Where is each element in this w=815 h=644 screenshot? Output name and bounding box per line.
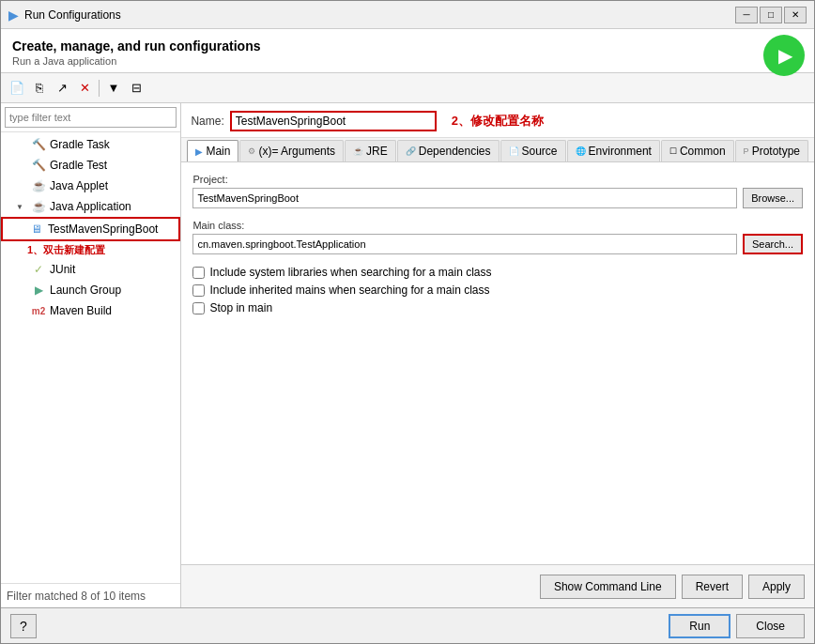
project-row: Browse... xyxy=(192,188,803,208)
proto-tab-icon: P xyxy=(744,146,749,156)
checkbox-stop-in-main-input[interactable] xyxy=(192,302,205,314)
header: Create, manage, and run configurations R… xyxy=(1,29,814,73)
annotation-2: 2、修改配置名称 xyxy=(452,113,544,130)
revert-button[interactable]: Revert xyxy=(682,575,743,599)
mainclass-group: Main class: Search... 3、选择主类 xyxy=(192,220,803,254)
sidebar-item-gradle-test[interactable]: 🔨 Gradle Test xyxy=(1,155,180,176)
tab-main-label: Main xyxy=(206,145,230,158)
window-title: Run Configurations xyxy=(24,8,121,22)
config-footer: Show Command Line Revert Apply xyxy=(181,564,814,607)
apply-button[interactable]: Apply xyxy=(748,575,805,599)
sidebar: 🔨 Gradle Task 🔨 Gradle Test ☕ Java Apple… xyxy=(1,103,181,607)
tab-environment[interactable]: 🌐 Environment xyxy=(567,140,660,161)
sidebar-item-launch-group[interactable]: ▶ Launch Group xyxy=(1,280,180,300)
sidebar-item-java-application[interactable]: ▼ ☕ Java Application xyxy=(1,196,180,217)
name-input[interactable] xyxy=(230,111,437,131)
close-button[interactable]: ✕ xyxy=(784,7,807,23)
tab-jre-label: JRE xyxy=(366,145,388,158)
run-icon-button[interactable]: ▶ xyxy=(763,35,805,76)
show-cmd-button[interactable]: Show Command Line xyxy=(540,575,676,599)
mainclass-input[interactable] xyxy=(192,234,737,254)
jre-tab-icon: ☕ xyxy=(353,146,363,156)
run-button[interactable]: Run xyxy=(669,614,730,638)
tab-common-label: Common xyxy=(680,145,726,158)
delete-button[interactable]: ✕ xyxy=(74,78,95,99)
tree: 🔨 Gradle Task 🔨 Gradle Test ☕ Java Apple… xyxy=(1,132,180,583)
tab-jre[interactable]: ☕ JRE xyxy=(345,140,396,161)
sidebar-item-maven-build[interactable]: m2 Maven Build xyxy=(1,300,180,321)
minimize-button[interactable]: ─ xyxy=(735,7,758,23)
checkbox-stop-in-main: Stop in main xyxy=(192,301,803,314)
collapse-button[interactable]: ⊟ xyxy=(126,78,146,99)
annotation-1: 1、双击新建配置 xyxy=(1,241,180,259)
play-icon: ▶ xyxy=(778,44,792,67)
maven-build-label: Maven Build xyxy=(50,304,112,317)
checkbox-system-libs-input[interactable] xyxy=(192,267,205,279)
title-bar: ▶ Run Configurations ─ □ ✕ xyxy=(1,1,814,29)
java-app-icon: ☕ xyxy=(31,199,46,214)
separator1 xyxy=(99,80,100,97)
mainclass-row: Search... 3、选择主类 xyxy=(192,234,803,254)
main-tab-icon: ▶ xyxy=(195,146,203,157)
filter-input-wrap xyxy=(1,103,180,132)
close-button-bottom[interactable]: Close xyxy=(736,614,805,638)
tab-source[interactable]: 📄 Source xyxy=(500,140,566,161)
bottom-bar: ? Run Close xyxy=(1,607,814,643)
project-browse-button[interactable]: Browse... xyxy=(743,188,803,208)
tab-dependencies-label: Dependencies xyxy=(419,145,491,158)
junit-icon: ✓ xyxy=(31,262,46,277)
checkbox-system-libs-label: Include system libraries when searching … xyxy=(209,266,491,279)
test-maven-label: TestMavenSpringBoot xyxy=(48,222,158,236)
window-icon: ▶ xyxy=(8,8,19,23)
checkbox-system-libs: Include system libraries when searching … xyxy=(192,266,803,279)
gradle-test-icon: 🔨 xyxy=(31,158,46,173)
tab-dependencies[interactable]: 🔗 Dependencies xyxy=(397,140,500,161)
checkbox-inherited-mains-label: Include inherited mains when searching f… xyxy=(209,284,489,297)
main-content: 🔨 Gradle Task 🔨 Gradle Test ☕ Java Apple… xyxy=(1,103,814,607)
sidebar-item-gradle-task[interactable]: 🔨 Gradle Task xyxy=(1,134,180,155)
maven-icon: m2 xyxy=(31,303,46,318)
tab-arguments[interactable]: ⚙ (x)= Arguments xyxy=(239,140,344,161)
project-group: Project: Browse... xyxy=(192,174,803,208)
toolbar: 📄 ⎘ ↗ ✕ ▼ ⊟ xyxy=(1,73,814,103)
launch-group-label: Launch Group xyxy=(50,284,121,297)
bottom-right: Run Close xyxy=(669,614,805,638)
duplicate-button[interactable]: ⎘ xyxy=(29,78,50,99)
tab-arguments-label: (x)= Arguments xyxy=(258,145,335,158)
gradle-task-label: Gradle Task xyxy=(50,138,110,151)
sidebar-footer: Filter matched 8 of 10 items xyxy=(1,583,180,607)
config-body: Project: Browse... Main class: Search...… xyxy=(181,162,814,564)
tab-common[interactable]: ☐ Common xyxy=(661,140,734,161)
export-button[interactable]: ↗ xyxy=(52,78,72,99)
project-input[interactable] xyxy=(192,188,737,208)
tab-source-label: Source xyxy=(522,145,558,158)
test-maven-icon: 🖥 xyxy=(29,222,44,237)
tabs: ▶ Main ⚙ (x)= Arguments ☕ JRE 🔗 Dependen… xyxy=(181,138,814,162)
gradle-test-label: Gradle Test xyxy=(50,159,107,172)
help-button[interactable]: ? xyxy=(10,614,37,638)
args-tab-icon: ⚙ xyxy=(248,146,255,156)
title-bar-controls: ─ □ ✕ xyxy=(735,7,807,23)
search-button[interactable]: Search... xyxy=(743,234,803,254)
tab-prototype-label: Prototype xyxy=(752,145,800,158)
java-application-label: Java Application xyxy=(50,200,131,213)
junit-label: JUnit xyxy=(50,263,75,276)
tab-prototype[interactable]: P Prototype xyxy=(735,140,808,161)
sidebar-item-junit[interactable]: ✓ JUnit xyxy=(1,259,180,280)
mainclass-label: Main class: xyxy=(192,220,803,231)
filter-input[interactable] xyxy=(5,107,177,128)
sidebar-item-test-maven[interactable]: 🖥 TestMavenSpringBoot xyxy=(1,217,180,241)
header-subtitle: Run a Java application xyxy=(12,55,803,67)
checkbox-inherited-mains-input[interactable] xyxy=(192,284,205,297)
launch-group-icon: ▶ xyxy=(31,283,46,298)
restore-button[interactable]: □ xyxy=(760,7,782,23)
dep-tab-icon: 🔗 xyxy=(406,146,416,156)
sidebar-item-java-applet[interactable]: ☕ Java Applet xyxy=(1,176,180,196)
new-config-button[interactable]: 📄 xyxy=(7,78,27,99)
tab-main[interactable]: ▶ Main xyxy=(187,140,238,161)
common-tab-icon: ☐ xyxy=(669,146,677,156)
java-applet-label: Java Applet xyxy=(50,179,108,192)
filter-button[interactable]: ▼ xyxy=(103,78,124,99)
java-applet-icon: ☕ xyxy=(31,178,46,193)
run-configurations-window: ▶ Run Configurations ─ □ ✕ Create, manag… xyxy=(0,0,815,644)
